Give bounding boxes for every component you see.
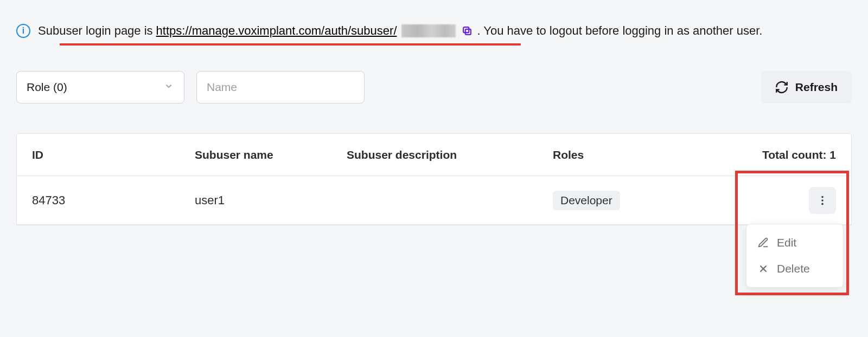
copy-icon[interactable] xyxy=(461,25,473,37)
role-filter-label[interactable]: Role (0) xyxy=(16,71,184,103)
edit-label: Edit xyxy=(777,236,796,249)
row-action-menu: Edit Delete xyxy=(746,224,844,288)
info-suffix: . You have to logout before logging in a… xyxy=(477,22,763,40)
refresh-icon xyxy=(775,80,789,94)
svg-rect-1 xyxy=(463,27,469,33)
delete-action[interactable]: Delete xyxy=(746,256,843,282)
table-row: 84733 user1 Developer xyxy=(17,176,851,225)
row-actions xyxy=(726,187,836,214)
info-icon: i xyxy=(16,24,30,38)
info-text: Subuser login page is https://manage.vox… xyxy=(38,22,762,40)
col-header-desc: Subuser description xyxy=(347,148,553,161)
subusers-table: ID Subuser name Subuser description Role… xyxy=(16,133,852,225)
filter-toolbar: Role (0) Refresh xyxy=(16,71,852,103)
svg-point-3 xyxy=(821,199,824,202)
delete-label: Delete xyxy=(777,262,810,275)
col-header-roles: Roles xyxy=(553,148,726,161)
table-header-row: ID Subuser name Subuser description Role… xyxy=(17,134,851,176)
redacted-subuser-id xyxy=(401,24,456,37)
col-header-id: ID xyxy=(32,148,195,161)
svg-point-4 xyxy=(821,203,824,205)
cell-roles: Developer xyxy=(553,191,726,210)
role-badge: Developer xyxy=(553,191,620,210)
refresh-label: Refresh xyxy=(795,81,838,94)
role-filter[interactable]: Role (0) xyxy=(16,71,184,103)
subuser-login-url[interactable]: https://manage.voximplant.com/auth/subus… xyxy=(156,22,397,40)
cell-name: user1 xyxy=(195,193,347,208)
subuser-login-info-banner: i Subuser login page is https://manage.v… xyxy=(16,22,852,40)
annotation-underline xyxy=(60,43,521,46)
svg-point-2 xyxy=(821,196,824,198)
col-header-name: Subuser name xyxy=(195,148,347,161)
svg-rect-0 xyxy=(465,29,470,34)
row-menu-button[interactable] xyxy=(809,187,836,214)
edit-action[interactable]: Edit xyxy=(746,230,843,256)
name-filter-input[interactable] xyxy=(196,71,365,103)
total-count: Total count: 1 xyxy=(726,148,836,161)
cell-id: 84733 xyxy=(32,193,195,208)
info-prefix: Subuser login page is xyxy=(38,22,153,40)
refresh-button[interactable]: Refresh xyxy=(761,71,852,103)
